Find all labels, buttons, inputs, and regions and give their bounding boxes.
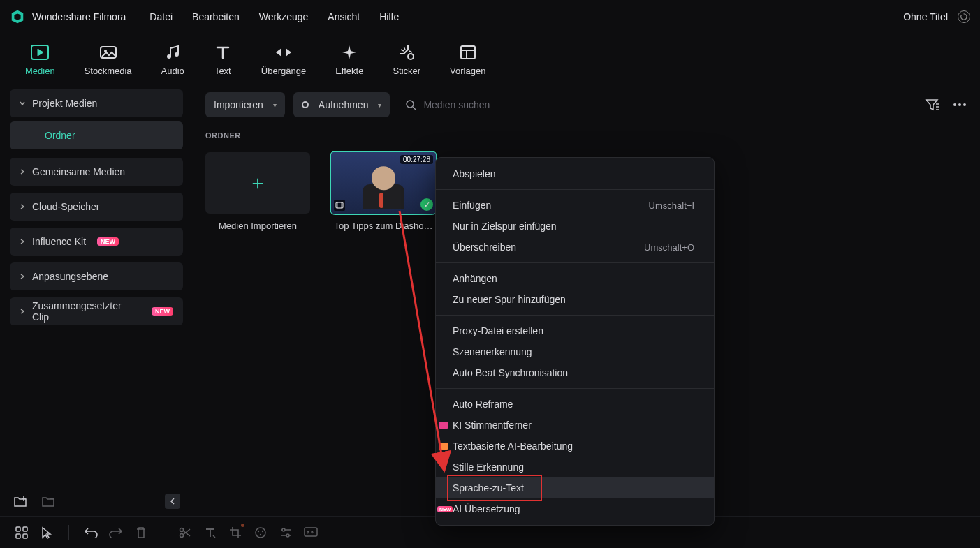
ctx-scene-detect[interactable]: Szenenerkennung: [436, 341, 714, 362]
filmstrip-icon: [334, 200, 345, 211]
cursor-icon[interactable]: [39, 525, 54, 540]
svg-point-28: [260, 533, 261, 535]
filter-icon[interactable]: [924, 97, 939, 112]
undo-icon[interactable]: [83, 525, 98, 540]
transition-icon: [275, 43, 293, 61]
tab-transitions[interactable]: Übergänge: [261, 43, 306, 76]
menu-view[interactable]: Ansicht: [328, 11, 360, 22]
template-icon: [459, 43, 477, 61]
ctx-insert[interactable]: EinfügenUmschalt+I: [436, 195, 714, 216]
ctx-ai-voice-remove[interactable]: KI Stimmentferner: [436, 415, 714, 436]
ctx-ai-translation[interactable]: AI Übersetzung: [436, 498, 714, 519]
new-badge: NEW: [97, 237, 119, 246]
adjust-icon[interactable]: [278, 525, 293, 540]
svg-point-10: [407, 101, 414, 108]
context-menu: Abspielen EinfügenUmschalt+I Nur in Ziel…: [435, 157, 715, 526]
app-title: Wondershare Filmora: [32, 11, 126, 22]
separator: [163, 525, 163, 540]
sidebar-sub-folder[interactable]: Ordner: [10, 121, 183, 149]
menu-file[interactable]: Datei: [149, 11, 173, 22]
titlebar: Wondershare Filmora Datei Bearbeiten Wer…: [0, 0, 980, 34]
menu-help[interactable]: Hilfe: [379, 11, 399, 22]
svg-point-4: [167, 54, 171, 59]
text-tool-icon[interactable]: [203, 525, 218, 540]
section-label: ORDNER: [205, 131, 967, 140]
tab-audio[interactable]: Audio: [161, 43, 184, 76]
menu-tools[interactable]: Werkzeuge: [259, 11, 309, 22]
text-icon: [214, 43, 232, 61]
import-dropdown[interactable]: Importieren ▾: [205, 92, 285, 117]
svg-rect-15: [336, 202, 343, 208]
chevron-down-icon: ▾: [378, 101, 381, 109]
menu-edit[interactable]: Bearbeiten: [192, 11, 240, 22]
search-icon: [405, 99, 416, 110]
app-logo: [10, 9, 25, 24]
ai-badge: [439, 422, 448, 429]
svg-rect-22: [23, 534, 27, 538]
svg-point-27: [262, 530, 263, 531]
chevron-down-icon: [20, 101, 25, 106]
import-media-card[interactable]: ＋ Medien Importieren: [205, 152, 310, 231]
sidebar-item-influence-kit[interactable]: Influence Kit NEW: [10, 228, 183, 256]
scissors-icon[interactable]: [177, 525, 193, 540]
delete-folder-icon[interactable]: [41, 494, 56, 509]
sidebar-item-compound-clip[interactable]: Zusammengesetzter Clip NEW: [10, 297, 183, 325]
svg-point-31: [282, 528, 285, 531]
chevron-right-icon: [20, 169, 25, 175]
search-box[interactable]: [398, 99, 916, 110]
media-toolbar: Importieren ▾ Aufnehmen ▾: [205, 89, 967, 120]
ctx-insert-target-track[interactable]: Nur in Zielspur einfügen: [436, 216, 714, 237]
ctx-silence-detection[interactable]: Stille Erkennung: [436, 457, 714, 477]
record-dropdown[interactable]: Aufnehmen ▾: [293, 92, 390, 117]
ctx-overwrite[interactable]: ÜberschreibenUmschalt+O: [436, 237, 714, 258]
color-icon[interactable]: [253, 525, 268, 540]
new-folder-icon[interactable]: [13, 494, 28, 509]
ctx-add-new-track[interactable]: Zu neuer Spur hinzufügen: [436, 289, 714, 310]
collapse-sidebar-button[interactable]: [165, 494, 180, 509]
chevron-right-icon: [20, 204, 25, 209]
svg-point-25: [256, 528, 265, 538]
svg-line-11: [413, 107, 416, 110]
ctx-play[interactable]: Abspielen: [436, 163, 714, 184]
chevron-right-icon: [20, 239, 25, 244]
tab-media[interactable]: Medien: [25, 43, 55, 76]
svg-rect-7: [461, 46, 475, 59]
ctx-append[interactable]: Anhängen: [436, 268, 714, 289]
svg-rect-20: [23, 527, 27, 531]
grid-icon[interactable]: [14, 525, 29, 540]
svg-rect-19: [16, 527, 20, 531]
ctx-auto-reframe[interactable]: Auto Reframe: [436, 394, 714, 415]
cloud-icon: [99, 43, 117, 61]
tab-sticker[interactable]: Sticker: [393, 43, 420, 76]
sticker-icon: [397, 43, 416, 61]
ctx-speech-to-text[interactable]: Sprache-zu-Text: [436, 477, 714, 498]
tab-effects[interactable]: Effekte: [335, 43, 363, 76]
ctx-proxy-file[interactable]: Proxy-Datei erstellen: [436, 320, 714, 341]
media-clip[interactable]: 00:27:28 ✓ Top Tipps zum Diasho…: [331, 152, 436, 231]
more-icon[interactable]: [952, 97, 967, 112]
sidebar-item-shared-media[interactable]: Gemeinsame Medien: [10, 158, 183, 186]
svg-point-32: [286, 534, 289, 537]
tab-stockmedia[interactable]: Stockmedia: [85, 43, 132, 76]
tab-templates[interactable]: Vorlagen: [450, 43, 485, 76]
redo-icon[interactable]: [108, 525, 124, 540]
sidebar-item-project-media[interactable]: Projekt Medien: [10, 89, 183, 117]
sidebar-item-adjustment-layer[interactable]: Anpasungsebene: [10, 262, 183, 290]
media-icon: [31, 43, 49, 61]
cloud-sync-icon[interactable]: [958, 10, 970, 23]
svg-point-13: [958, 103, 961, 106]
search-input[interactable]: [423, 99, 916, 110]
sidebar-item-cloud-storage[interactable]: Cloud-Speicher: [10, 193, 183, 221]
new-badge: NEW: [152, 307, 173, 316]
chevron-down-icon: ▾: [273, 101, 277, 109]
trash-icon[interactable]: [133, 525, 149, 540]
ctx-auto-beat-sync[interactable]: Auto Beat Synchronisation: [436, 362, 714, 383]
ctx-text-based-ai-edit[interactable]: Textbasierte AI-Bearbeitung: [436, 436, 714, 457]
chevron-right-icon: [20, 274, 25, 279]
tab-text[interactable]: Text: [214, 43, 232, 76]
svg-rect-21: [16, 534, 20, 538]
crop-icon[interactable]: [228, 525, 243, 540]
caption-icon[interactable]: [303, 525, 319, 540]
sidebar-footer: [10, 487, 183, 512]
svg-point-6: [408, 54, 414, 59]
